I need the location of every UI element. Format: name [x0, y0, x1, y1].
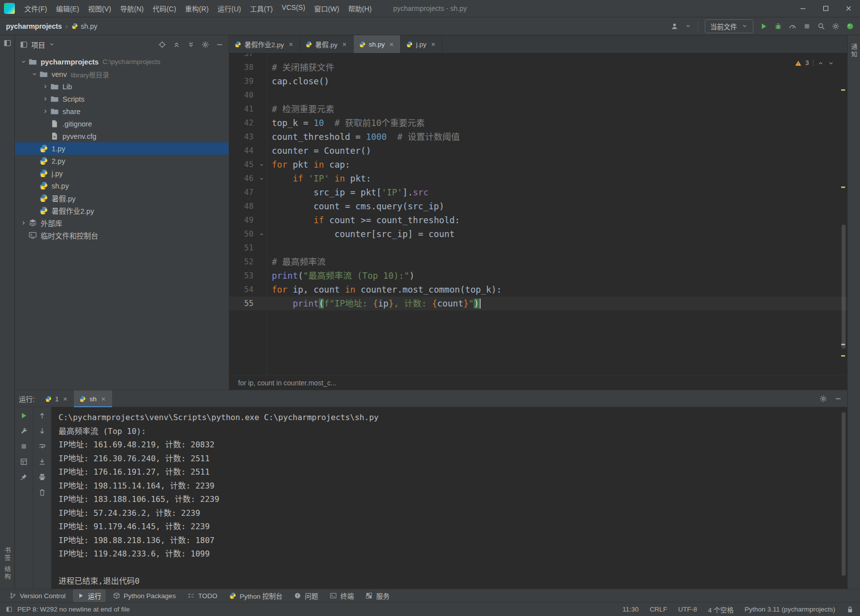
toolwindow-button-Python 控制台[interactable]: Python 控制台 [225, 589, 287, 602]
wrap-icon[interactable] [38, 442, 46, 450]
toolwindow-button-TODO[interactable]: TODO [183, 591, 222, 601]
code-line-50[interactable]: 50 counter[src_ip] = count [229, 227, 847, 241]
tree-item-.gitignore[interactable]: .gitignore [15, 118, 229, 130]
status-widget[interactable]: CRLF [650, 606, 667, 613]
line-number[interactable]: 55 [229, 297, 256, 310]
error-stripe[interactable] [839, 54, 847, 375]
menu-item-2[interactable]: 视图(V) [84, 1, 116, 15]
line-number[interactable]: 41 [229, 102, 256, 116]
toolwindow-button-Python Packages[interactable]: Python Packages [109, 591, 180, 601]
tree-item-临时文件和控制台[interactable]: 临时文件和控制台 [15, 229, 229, 242]
code-line-46[interactable]: 46 if 'IP' in pkt: [229, 172, 847, 185]
code-line-40[interactable]: 40 [229, 88, 847, 102]
scroll-end-icon[interactable] [38, 458, 46, 466]
code-line-38[interactable]: 38# 关闭捕获文件 [229, 61, 847, 74]
tool-stripe-label[interactable]: 书签 [2, 547, 12, 561]
code-line-42[interactable]: 42top_k = 10 # 获取前10个重要元素 [229, 116, 847, 130]
code-line-48[interactable]: 48 count = cms.query(src_ip) [229, 199, 847, 213]
toolwindow-button-终端[interactable]: 终端 [325, 589, 358, 602]
tree-item-venv[interactable]: venvlibrary根目录 [15, 68, 229, 80]
fold-marker-icon[interactable] [256, 172, 267, 185]
trash-icon[interactable] [38, 489, 46, 496]
breadcrumb-context[interactable]: for ip, count in counter.most_c... [238, 379, 336, 387]
breadcrumb-project[interactable]: pycharmprojects [6, 22, 62, 30]
line-number[interactable]: 52 [229, 255, 256, 269]
tree-item-暑假作业2.py[interactable]: 暑假作业2.py [15, 204, 229, 217]
code-line-55[interactable]: 55 print(f"IP地址: {ip}, 计数: {count}") [229, 297, 847, 310]
editor[interactable]: 3738# 关闭捕获文件39cap.close()4041# 检测重要元素42t… [229, 54, 847, 375]
menu-item-8[interactable]: VCS(S) [277, 1, 309, 15]
tree-item-j.py[interactable]: j.py [15, 167, 229, 180]
code-line-41[interactable]: 41# 检测重要元素 [229, 102, 847, 116]
status-widget[interactable]: UTF-8 [678, 606, 697, 613]
line-number[interactable]: 47 [229, 185, 256, 199]
code-line-53[interactable]: 53print("最高频率流 (Top 10):") [229, 269, 847, 283]
tab-close-icon[interactable] [288, 41, 294, 48]
line-number[interactable]: 39 [229, 74, 256, 88]
inspections-widget[interactable]: 3 [795, 56, 834, 70]
tree-item-1.py[interactable]: 1.py [15, 142, 229, 155]
target-icon[interactable] [158, 41, 166, 49]
user-icon[interactable] [671, 22, 678, 30]
tree-chevron-icon[interactable] [19, 59, 28, 65]
project-stripe-icon[interactable] [3, 39, 11, 47]
line-number[interactable]: 37 [229, 54, 256, 61]
profiler-button[interactable] [789, 22, 797, 30]
code-line-52[interactable]: 52# 最高频率流 [229, 255, 847, 269]
menu-item-6[interactable]: 运行(U) [213, 1, 246, 15]
tree-chevron-icon[interactable] [41, 83, 50, 90]
run-configuration-selector[interactable]: 当前文件 [705, 19, 753, 33]
printer-icon[interactable] [38, 473, 46, 481]
line-number[interactable]: 49 [229, 213, 256, 227]
code-line-47[interactable]: 47 src_ip = pkt['IP'].src [229, 185, 847, 199]
code-line-44[interactable]: 44counter = Counter() [229, 144, 847, 158]
tab-close-icon[interactable] [62, 396, 68, 402]
tree-chevron-icon[interactable] [19, 220, 28, 226]
code-line-39[interactable]: 39cap.close() [229, 74, 847, 88]
fold-marker-icon[interactable] [256, 227, 267, 241]
stop-icon[interactable] [20, 442, 28, 450]
expand-icon[interactable] [187, 41, 195, 49]
tree-item-sh.py[interactable]: sh.py [15, 180, 229, 192]
line-number[interactable]: 53 [229, 269, 256, 283]
status-widget[interactable]: 11:30 [622, 606, 639, 613]
grid-icon[interactable] [20, 458, 28, 466]
play-icon[interactable] [20, 412, 28, 420]
next-problem-icon[interactable] [828, 60, 834, 66]
hide-panel-icon[interactable] [834, 395, 842, 403]
line-number[interactable]: 46 [229, 172, 256, 185]
tree-item-2.py[interactable]: 2.py [15, 155, 229, 167]
console-scrollbar[interactable] [842, 412, 846, 576]
line-number[interactable]: 51 [229, 241, 256, 255]
tree-item-Scripts[interactable]: Scripts [15, 93, 229, 105]
code-line-37[interactable]: 37 [229, 54, 847, 61]
line-number[interactable]: 43 [229, 130, 256, 144]
line-number[interactable]: 40 [229, 88, 256, 102]
editor-tab-暑假作业2.py[interactable]: 暑假作业2.py [229, 35, 300, 53]
tool-stripe-label[interactable]: 通知 [849, 44, 859, 58]
search-icon[interactable] [817, 22, 825, 30]
run-button[interactable] [760, 22, 768, 30]
line-number[interactable]: 38 [229, 61, 256, 74]
menu-item-7[interactable]: 工具(T) [246, 1, 277, 15]
toolwindow-button-问题[interactable]: 问题 [290, 589, 322, 602]
tree-chevron-icon[interactable] [41, 108, 50, 115]
line-number[interactable]: 45 [229, 158, 256, 172]
arrow-down-icon[interactable] [38, 427, 46, 435]
tab-close-icon[interactable] [341, 41, 348, 48]
close-button[interactable] [837, 0, 860, 17]
code-line-54[interactable]: 54for ip, count in counter.most_common(t… [229, 283, 847, 297]
editor-tab-j.py[interactable]: j.py [401, 35, 442, 53]
maximize-button[interactable] [814, 0, 837, 17]
tree-item-暑假.py[interactable]: 暑假.py [15, 192, 229, 204]
codewithme-icon[interactable] [846, 22, 854, 30]
tab-close-icon[interactable] [430, 41, 436, 48]
code-line-49[interactable]: 49 if count >= count_threshold: [229, 213, 847, 227]
run-tab-sh[interactable]: sh [74, 390, 112, 407]
editor-tab-暑假.py[interactable]: 暑假.py [300, 35, 354, 53]
chevron-down-icon[interactable] [685, 23, 691, 29]
line-number[interactable]: 42 [229, 116, 256, 130]
tree-item-pyvenv.cfg[interactable]: pyvenv.cfg [15, 130, 229, 142]
fold-marker-icon[interactable] [256, 158, 267, 172]
menu-item-9[interactable]: 窗口(W) [309, 1, 344, 15]
